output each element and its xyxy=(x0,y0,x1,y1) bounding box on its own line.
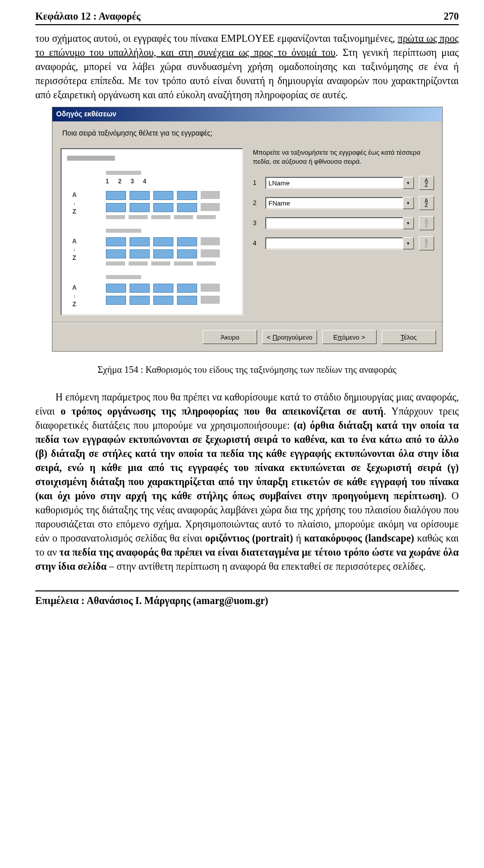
sort-order-2-button[interactable]: AZ xyxy=(419,196,434,210)
sort-field-3-input[interactable] xyxy=(265,217,403,229)
preview-col-4: 4 xyxy=(143,177,147,186)
page-footer: Επιμέλεια : Αθανάσιος Ι. Μάργαρης (amarg… xyxy=(35,590,459,608)
sort-order-4-button[interactable]: AZ xyxy=(419,236,434,250)
finish-button[interactable]: Τέλος xyxy=(382,330,436,344)
body-paragraph-2: Η επόμενη παράμετρος που θα πρέπει να κα… xyxy=(35,390,459,573)
cancel-button[interactable]: Άκυρο xyxy=(203,330,257,344)
sort-row-2: 2 ▼ AZ xyxy=(253,196,434,210)
sort-preview: 1 2 3 4 A↓Z xyxy=(60,148,243,315)
report-wizard-dialog: Οδηγός εκθέσεων Ποια σειρά ταξινόμησης θ… xyxy=(52,107,443,352)
preview-col-2: 2 xyxy=(118,177,122,186)
preview-col-3: 3 xyxy=(131,177,134,186)
wizard-button-row: Άκυρο < Προηγούμενο Επόμενο > Τέλος xyxy=(52,322,442,351)
sort-order-1-button[interactable]: AZ xyxy=(419,176,434,190)
sort-row-3: 3 ▼ AZ xyxy=(253,216,434,230)
wizard-question: Ποια σειρά ταξινόμησης θέλετε για τις εγ… xyxy=(63,128,434,139)
sort-instructions: Μπορείτε να ταξινομήσετε τις εγγραφές έω… xyxy=(253,148,434,166)
page-header: Κεφάλαιο 12 : Αναφορές 270 xyxy=(35,9,459,25)
sort-field-2-input[interactable] xyxy=(265,197,403,209)
sort-field-2[interactable]: ▼ xyxy=(265,197,414,209)
header-title: Κεφάλαιο 12 : Αναφορές xyxy=(35,9,141,23)
dropdown-icon[interactable]: ▼ xyxy=(403,237,414,249)
dropdown-icon[interactable]: ▼ xyxy=(403,177,414,189)
sort-panel: Μπορείτε να ταξινομήσετε τις εγγραφές έω… xyxy=(253,148,434,315)
back-button[interactable]: < Προηγούμενο xyxy=(262,330,317,344)
sort-row-4: 4 ▼ AZ xyxy=(253,236,434,250)
wizard-titlebar: Οδηγός εκθέσεων xyxy=(52,107,442,121)
dropdown-icon[interactable]: ▼ xyxy=(403,217,414,229)
dropdown-icon[interactable]: ▼ xyxy=(403,197,414,209)
intro-paragraph: του σχήματος αυτού, οι εγγραφές του πίνα… xyxy=(35,31,459,102)
sort-field-4[interactable]: ▼ xyxy=(265,237,414,249)
sort-field-1-input[interactable] xyxy=(265,177,403,189)
sort-row-1: 1 ▼ AZ xyxy=(253,176,434,190)
next-button[interactable]: Επόμενο > xyxy=(322,330,377,344)
header-pageno: 270 xyxy=(444,9,459,23)
preview-col-1: 1 xyxy=(106,177,109,186)
sort-order-3-button[interactable]: AZ xyxy=(419,216,434,230)
sort-field-3[interactable]: ▼ xyxy=(265,217,414,229)
figure-caption: Σχήμα 154 : Καθορισμός του είδους της τα… xyxy=(35,364,459,377)
sort-field-4-input[interactable] xyxy=(265,237,403,249)
sort-field-1[interactable]: ▼ xyxy=(265,177,414,189)
